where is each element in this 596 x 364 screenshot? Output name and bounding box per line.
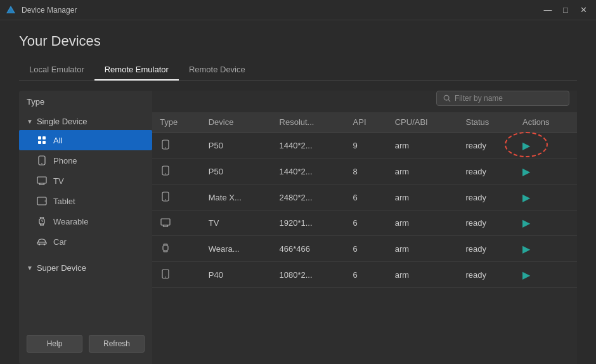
status-cell: ready [458, 133, 514, 159]
api-cell: 6 [346, 236, 387, 262]
sidebar-item-tv-label: TV [53, 176, 64, 186]
phone-icon [160, 165, 171, 176]
device-cell: P50 [201, 133, 272, 159]
tab-local-emulator[interactable]: Local Emulator [19, 60, 94, 81]
action-cell: ▶ [515, 236, 577, 262]
api-cell: 9 [346, 133, 387, 159]
search-icon [443, 94, 451, 102]
main-content: Your Devices Local Emulator Remote Emula… [0, 20, 596, 364]
svg-rect-8 [37, 177, 46, 183]
status-cell: ready [458, 236, 514, 262]
sidebar-item-tablet-label: Tablet [53, 197, 75, 206]
svg-point-13 [45, 200, 46, 201]
col-device: Device [201, 112, 272, 133]
launch-button[interactable]: ▶ [522, 140, 530, 152]
wearable-icon [160, 242, 171, 254]
phone-icon [160, 139, 171, 150]
action-cell: ▶ [515, 133, 577, 159]
svg-rect-34 [161, 219, 170, 225]
device-cell: Weara... [201, 236, 272, 262]
sidebar-item-all[interactable]: All [19, 130, 152, 150]
sidebar-item-tablet[interactable]: Tablet [19, 191, 152, 211]
resolution-cell: 1080*2... [272, 262, 346, 288]
api-cell: 6 [346, 211, 387, 236]
resolution-cell: 1440*2... [272, 159, 346, 185]
svg-rect-5 [42, 141, 46, 144]
single-device-header[interactable]: ▼ Single Device [19, 110, 152, 130]
phone-icon [37, 155, 47, 166]
help-button[interactable]: Help [27, 335, 82, 353]
svg-rect-4 [38, 141, 41, 144]
launch-button[interactable]: ▶ [522, 217, 530, 229]
col-cpu: CPU/ABI [387, 112, 458, 133]
device-cell: TV [201, 211, 272, 236]
status-cell: ready [458, 262, 514, 288]
cpu-cell: arm [387, 236, 458, 262]
sidebar-item-all-label: All [53, 136, 62, 145]
cpu-cell: arm [387, 185, 458, 211]
filter-by-name-input[interactable] [455, 94, 562, 103]
close-button[interactable]: ✕ [576, 4, 591, 16]
table-row: TV 1920*1... 6 arm ready ▶ [152, 211, 577, 236]
cpu-cell: arm [387, 159, 458, 185]
svg-point-31 [165, 173, 166, 174]
phone-icon [160, 191, 171, 202]
svg-point-46 [165, 276, 166, 278]
status-cell: ready [458, 159, 514, 185]
launch-button[interactable]: ▶ [522, 243, 530, 255]
launch-button[interactable]: ▶ [522, 269, 530, 281]
sidebar-item-car[interactable]: Car [19, 231, 152, 252]
sidebar-item-tv[interactable]: TV [19, 171, 152, 191]
title-bar-left: Device Manager [5, 4, 77, 16]
svg-rect-23 [37, 242, 46, 244]
tablet-icon [37, 196, 47, 206]
svg-point-26 [444, 95, 449, 100]
launch-button[interactable]: ▶ [522, 166, 530, 178]
status-cell: ready [458, 185, 514, 211]
table-row: P40 1080*2... 6 arm ready ▶ [152, 262, 577, 288]
sidebar-item-wearable[interactable]: Wearable [19, 211, 152, 231]
sidebar-item-phone[interactable]: Phone [19, 150, 152, 171]
tv-icon [160, 217, 171, 228]
super-device-label: Super Device [37, 263, 86, 273]
resolution-cell: 1440*2... [272, 133, 346, 159]
table-row: P50 1440*2... 8 arm ready ▶ [152, 159, 577, 185]
svg-rect-38 [163, 245, 168, 250]
col-type: Type [152, 112, 201, 133]
filter-input-wrap[interactable] [436, 91, 569, 106]
minimize-button[interactable]: — [540, 4, 555, 16]
cpu-cell: arm [387, 133, 458, 159]
type-label: Type [27, 97, 44, 107]
api-cell: 6 [346, 185, 387, 211]
api-cell: 6 [346, 262, 387, 288]
col-status: Status [458, 112, 514, 133]
api-cell: 8 [346, 159, 387, 185]
phone-icon [160, 268, 171, 280]
sidebar-item-phone-label: Phone [53, 156, 77, 166]
tab-remote-emulator[interactable]: Remote Emulator [94, 60, 179, 81]
svg-point-25 [44, 244, 45, 245]
app-title: Device Manager [22, 6, 77, 15]
single-device-arrow-icon: ▼ [27, 118, 33, 125]
super-device-header[interactable]: ▼ Super Device [19, 257, 152, 276]
action-cell: ▶ [515, 262, 577, 288]
sidebar-type-header: Type [19, 91, 152, 110]
refresh-button[interactable]: Refresh [89, 335, 145, 353]
tv-icon [37, 176, 47, 186]
type-cell [152, 262, 201, 288]
action-cell: ▶ [515, 185, 577, 211]
app-logo-icon [5, 4, 16, 16]
col-resolution: Resolut... [272, 112, 346, 133]
super-device-arrow-icon: ▼ [27, 264, 33, 271]
device-cell: P40 [201, 262, 272, 288]
col-api: API [346, 112, 387, 133]
page-title: Your Devices [19, 33, 577, 49]
launch-button[interactable]: ▶ [522, 192, 530, 204]
body-area: Type ▼ Single Device All [19, 91, 577, 364]
svg-rect-3 [42, 136, 46, 140]
maximize-button[interactable]: □ [558, 4, 573, 16]
tabs-bar: Local Emulator Remote Emulator Remote De… [19, 60, 577, 81]
tab-remote-device[interactable]: Remote Device [179, 60, 256, 81]
car-icon [37, 237, 47, 247]
table-row: P50 1440*2... 9 arm ready ▶ [152, 133, 577, 159]
